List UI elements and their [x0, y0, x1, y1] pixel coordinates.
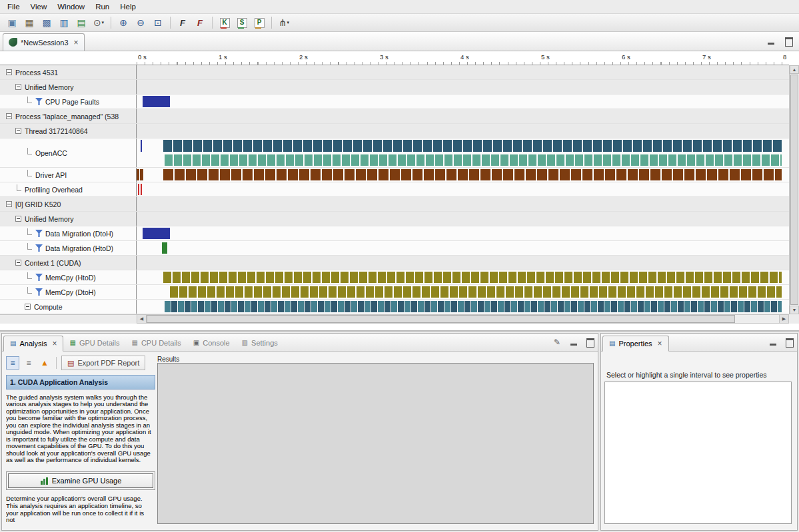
- maximize-icon[interactable]: [784, 337, 794, 347]
- unguided-analysis-view-icon[interactable]: ≡: [22, 356, 35, 370]
- maximize-icon[interactable]: [783, 36, 794, 46]
- row-label-process-laplace-managed-538[interactable]: Process "laplace_managed" (538: [0, 109, 137, 123]
- row-label-context-1-cuda[interactable]: Context 1 (CUDA): [0, 256, 137, 270]
- horizontal-scroll-track[interactable]: [147, 315, 779, 323]
- row-label-process-4531[interactable]: Process 4531: [0, 65, 137, 79]
- row-track-process-laplace-managed-538[interactable]: [137, 109, 789, 123]
- marker-forward-icon[interactable]: F: [175, 15, 191, 30]
- row-label-data-migration-htod[interactable]: Data Migration (HtoD): [0, 241, 137, 255]
- row-track-data-migration-htod[interactable]: [137, 241, 789, 255]
- minimize-icon[interactable]: [568, 337, 579, 347]
- source-view-icon[interactable]: S: [234, 15, 250, 30]
- timeline-ruler[interactable]: 0 s1 s2 s3 s4 s5 s6 s7 s8: [137, 51, 789, 65]
- pencil-icon[interactable]: ✎: [554, 338, 560, 347]
- marker-back-icon[interactable]: F: [192, 15, 208, 30]
- row-label-cpu-page-faults[interactable]: CPU Page Faults: [0, 95, 137, 109]
- row-track-memcpy-dtoh[interactable]: [137, 285, 789, 299]
- vertical-scrollbar[interactable]: ▲ ▼: [789, 65, 799, 314]
- collapse-toggle-icon[interactable]: [6, 113, 12, 119]
- examine-gpu-usage-button[interactable]: Examine GPU Usage: [8, 473, 153, 488]
- filter-icon[interactable]: [35, 230, 43, 237]
- row-label-driver-api[interactable]: Driver API: [0, 168, 137, 182]
- tab-cpu-details[interactable]: ▦CPU Details: [125, 335, 187, 351]
- row-label-memcpy-htod[interactable]: MemCpy (HtoD): [0, 270, 137, 284]
- timeline-interval[interactable]: [137, 169, 139, 180]
- row-label-data-migration-dtoh[interactable]: Data Migration (DtoH): [0, 226, 137, 240]
- zoom-options-icon[interactable]: ⊙▾: [91, 15, 107, 30]
- timeline-interval[interactable]: [165, 301, 782, 312]
- filter-icon[interactable]: [35, 288, 43, 296]
- session-tab[interactable]: *NewSession3 ×: [3, 33, 85, 51]
- timeline-chart-icon[interactable]: ▥: [56, 15, 72, 30]
- export-chart-icon[interactable]: ▤: [73, 15, 89, 30]
- horizontal-scroll-thumb[interactable]: [147, 315, 735, 323]
- scroll-right-icon[interactable]: ▶: [779, 315, 788, 323]
- timeline-interval[interactable]: [165, 154, 782, 166]
- collapse-toggle-icon[interactable]: [25, 304, 31, 310]
- timeline-interval[interactable]: [143, 228, 170, 239]
- collapse-toggle-icon[interactable]: [6, 201, 12, 207]
- collapse-toggle-icon[interactable]: [15, 128, 21, 134]
- menu-help[interactable]: Help: [115, 1, 141, 13]
- close-icon[interactable]: ×: [658, 339, 662, 348]
- collapse-toggle-icon[interactable]: [15, 260, 21, 266]
- collapse-toggle-icon[interactable]: [6, 69, 12, 75]
- tab-settings[interactable]: ▥Settings: [236, 335, 284, 351]
- row-label-openacc[interactable]: OpenACC: [0, 138, 137, 167]
- row-track-unified-memory[interactable]: [137, 212, 789, 226]
- zoom-fit-icon[interactable]: ⊡: [150, 15, 166, 30]
- row-label-unified-memory[interactable]: Unified Memory: [0, 80, 137, 94]
- open-session-icon[interactable]: ▦: [21, 15, 37, 30]
- row-track-compute[interactable]: [137, 300, 789, 314]
- zoom-out-icon[interactable]: ⊖: [133, 15, 149, 30]
- row-track-profiling-overhead[interactable]: [137, 182, 789, 196]
- scroll-down-icon[interactable]: ▼: [790, 306, 799, 314]
- row-track-context-1-cuda[interactable]: [137, 256, 789, 270]
- tab-gpu-details[interactable]: ▦GPU Details: [63, 335, 125, 351]
- menu-window[interactable]: Window: [52, 1, 90, 13]
- filter-icon[interactable]: [35, 98, 43, 105]
- close-icon[interactable]: ×: [52, 339, 57, 348]
- scroll-left-icon[interactable]: ◀: [137, 315, 147, 323]
- menu-run[interactable]: Run: [90, 1, 115, 13]
- kernel-timeline-icon[interactable]: K: [217, 15, 233, 30]
- minimize-icon[interactable]: [768, 337, 778, 347]
- timeline-interval[interactable]: [163, 272, 782, 283]
- tab-analysis[interactable]: ▤Analysis×: [3, 336, 63, 352]
- vertical-scroll-thumb[interactable]: [790, 75, 798, 305]
- row-track-memcpy-htod[interactable]: [137, 270, 789, 284]
- maximize-icon[interactable]: [584, 337, 595, 347]
- menu-view[interactable]: View: [25, 1, 53, 13]
- save-session-icon[interactable]: ▩: [39, 15, 55, 30]
- minimize-icon[interactable]: [766, 36, 776, 46]
- row-track-process-4531[interactable]: [137, 65, 789, 79]
- row-label-memcpy-dtoh[interactable]: MemCpy (DtoH): [0, 285, 137, 299]
- export-pdf-button[interactable]: ▤ Export PDF Report: [61, 356, 145, 370]
- row-track-driver-api[interactable]: [137, 168, 789, 182]
- timeline-interval[interactable]: [170, 286, 782, 298]
- zoom-in-icon[interactable]: ⊕: [115, 15, 131, 30]
- new-session-icon[interactable]: ▣: [4, 15, 20, 30]
- row-label-profiling-overhead[interactable]: Profiling Overhead: [0, 182, 137, 196]
- tab-console[interactable]: ▣Console: [187, 335, 236, 351]
- menu-file[interactable]: File: [2, 1, 25, 13]
- timeline-interval[interactable]: [138, 184, 139, 195]
- timeline-interval[interactable]: [140, 169, 143, 180]
- row-track-data-migration-dtoh[interactable]: [137, 226, 789, 240]
- row-track-0-grid-k520[interactable]: [137, 197, 789, 211]
- row-track-thread-3172140864[interactable]: [137, 124, 789, 138]
- close-icon[interactable]: ×: [74, 38, 79, 47]
- collapse-toggle-icon[interactable]: [15, 84, 21, 90]
- row-track-cpu-page-faults[interactable]: [137, 95, 789, 109]
- row-label-thread-3172140864[interactable]: Thread 3172140864: [0, 124, 137, 138]
- tab-properties[interactable]: ▤ Properties ×: [602, 336, 669, 352]
- filter-icon[interactable]: [35, 244, 43, 252]
- collapse-toggle-icon[interactable]: [15, 216, 21, 222]
- analysis-tree-icon[interactable]: ⋔▾: [276, 15, 292, 30]
- timeline-interval[interactable]: [163, 169, 782, 180]
- filter-icon[interactable]: [35, 274, 43, 281]
- horizontal-scrollbar[interactable]: ◀ ▶: [137, 314, 789, 324]
- guided-analysis-view-icon[interactable]: ≡: [6, 356, 19, 370]
- timeline-interval[interactable]: [141, 140, 142, 152]
- timeline-interval[interactable]: [162, 242, 168, 254]
